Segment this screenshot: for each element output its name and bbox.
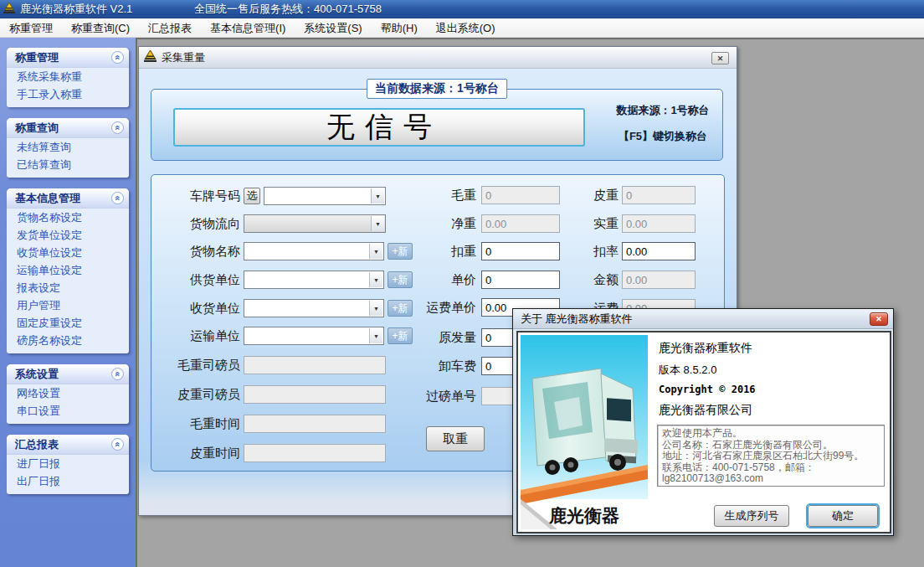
menu-help[interactable]: 帮助(H)	[372, 18, 427, 38]
sidebar-group-header[interactable]: 称重管理	[7, 48, 129, 68]
tare-operator-label: 皮重司磅员	[155, 387, 240, 403]
dropdown-arrow-icon[interactable]	[371, 188, 384, 204]
sidebar-group-header[interactable]: 基本信息管理	[7, 188, 129, 209]
sidebar-group-title: 称重查询	[15, 121, 59, 136]
actual-weight-label: 实重	[552, 216, 619, 232]
dropdown-arrow-icon[interactable]	[369, 244, 382, 259]
sidebar-item-inbound-daily[interactable]: 进厂日报	[7, 455, 129, 472]
sidebar-group-title: 称重管理	[15, 50, 59, 65]
dropdown-arrow-icon[interactable]	[369, 272, 382, 287]
gross-operator-label: 毛重司磅员	[155, 358, 240, 374]
sidebar-group-weigh-query: 称重查询 未结算查询 已结算查询	[7, 118, 129, 178]
plate-select-button[interactable]: 选	[244, 188, 260, 204]
truck-photo-caption: 鹿光衡器	[521, 504, 648, 528]
deduct-rate-field[interactable]	[622, 242, 696, 260]
original-qty-label: 原发量	[394, 330, 476, 346]
goods-flow-combo[interactable]	[244, 214, 386, 233]
collapse-chevron-icon[interactable]	[111, 51, 124, 64]
window-title: 采集重量	[162, 50, 205, 65]
sidebar-item-settled-query[interactable]: 已结算查询	[7, 156, 129, 173]
menu-exit[interactable]: 退出系统(O)	[427, 18, 505, 38]
sidebar-group-header[interactable]: 汇总报表	[7, 435, 129, 455]
sidebar-group-basic-info: 基本信息管理 货物名称设定 发货单位设定 收货单位设定 运输单位设定 报表设定 …	[7, 188, 129, 353]
sidebar-item-unsettled-query[interactable]: 未结算查询	[7, 138, 129, 156]
about-info-line: 欢迎使用本产品。	[662, 428, 880, 440]
about-info-line: 地址：河北省石家庄鹿泉区石柏北大街99号。	[662, 451, 880, 462]
about-version: 版本 8.5.2.0	[659, 363, 716, 378]
sidebar-item-user-manage[interactable]: 用户管理	[7, 296, 129, 314]
gross-time-field	[244, 415, 386, 433]
sidebar-item-scale-house-name[interactable]: 磅房名称设定	[7, 332, 129, 349]
window-close-icon[interactable]	[711, 52, 729, 64]
app-logo-icon	[3, 3, 15, 16]
collapse-chevron-icon[interactable]	[111, 438, 124, 451]
sidebar-item-transport-unit[interactable]: 运输单位设定	[7, 261, 129, 279]
gross-weight-label: 毛重	[394, 188, 476, 204]
net-weight-label: 净重	[394, 216, 476, 232]
window-logo-icon	[144, 50, 157, 64]
sidebar-item-report-settings[interactable]: 报表设定	[7, 279, 129, 296]
sidebar-group-title: 汇总报表	[15, 437, 59, 452]
dialog-close-icon[interactable]	[870, 312, 888, 326]
about-info-line: lg82100713@163.com	[662, 473, 880, 485]
truck-photo: 鹿光衡器	[521, 335, 648, 529]
sidebar-group-title: 系统设置	[15, 367, 59, 382]
sidebar-item-fixed-tare[interactable]: 固定皮重设定	[7, 314, 129, 332]
menu-basic-info[interactable]: 基本信息管理(I)	[201, 18, 295, 38]
unit-price-field[interactable]	[481, 271, 560, 289]
collapse-chevron-icon[interactable]	[111, 121, 124, 134]
sidebar-item-network-settings[interactable]: 网络设置	[7, 384, 129, 402]
tare-weight-label: 皮重	[552, 188, 619, 204]
plate-number-combo[interactable]	[264, 187, 386, 205]
collapse-chevron-icon[interactable]	[111, 368, 124, 380]
menu-summary-report[interactable]: 汇总报表	[139, 18, 201, 38]
supplier-combo[interactable]	[244, 271, 384, 289]
about-company: 鹿光衡器有限公司	[659, 403, 752, 418]
gross-time-label: 毛重时间	[155, 416, 240, 432]
deduct-weight-label: 扣重	[394, 244, 476, 260]
generate-serial-button[interactable]: 生成序列号	[714, 505, 789, 527]
tare-operator-field	[244, 385, 386, 404]
menu-weigh-manage[interactable]: 称重管理	[0, 18, 62, 38]
deduct-rate-label: 扣率	[552, 244, 619, 260]
transport-combo[interactable]	[244, 327, 384, 345]
deduct-weight-field[interactable]	[481, 242, 560, 260]
collect-weight-titlebar: 采集重量	[139, 47, 737, 69]
goods-name-label: 货物名称	[155, 244, 240, 260]
actual-weight-field	[622, 214, 696, 233]
menu-weigh-query[interactable]: 称重查询(C)	[62, 18, 139, 38]
ticket-number-label: 过磅单号	[394, 389, 476, 405]
dropdown-arrow-icon[interactable]	[371, 216, 384, 231]
app-titlebar: 鹿光衡器称重软件 V2.1 全国统一售后服务热线：400-071-5758	[0, 0, 924, 18]
sidebar-group-summary-report: 汇总报表 进厂日报 出厂日报	[7, 435, 129, 494]
ok-button[interactable]: 确定	[808, 505, 878, 527]
menu-system-settings[interactable]: 系统设置(S)	[295, 18, 371, 38]
sidebar-item-sender-unit[interactable]: 发货单位设定	[7, 226, 129, 244]
net-weight-field	[481, 214, 560, 233]
unload-fee-label: 卸车费	[394, 358, 476, 374]
gross-operator-field	[244, 356, 386, 374]
sidebar-item-outbound-daily[interactable]: 出厂日报	[7, 472, 129, 490]
app-title: 鹿光衡器称重软件 V2.1	[20, 2, 132, 17]
sidebar-item-manual-entry[interactable]: 手工录入称重	[7, 85, 129, 103]
sidebar-item-receiver-unit[interactable]: 收货单位设定	[7, 244, 129, 261]
amount-field	[622, 271, 696, 289]
data-source-info: 数据来源：1号称台 【F5】键切换称台	[603, 103, 722, 144]
sidebar-group-header[interactable]: 系统设置	[7, 364, 129, 384]
sidebar-item-serial-settings[interactable]: 串口设置	[7, 402, 129, 420]
data-source-group-label: 当前数据来源：1号称台	[367, 79, 507, 99]
transport-label: 运输单位	[155, 328, 240, 344]
sidebar-group-header[interactable]: 称重查询	[7, 118, 129, 138]
switch-scale-hint: 【F5】键切换称台	[603, 129, 722, 144]
sidebar-item-goods-name[interactable]: 货物名称设定	[7, 209, 129, 226]
goods-name-combo[interactable]	[244, 242, 384, 260]
tare-weight-field	[622, 186, 696, 204]
collapse-chevron-icon[interactable]	[111, 192, 124, 204]
take-weight-button[interactable]: 取重	[426, 426, 485, 451]
sidebar-item-system-collect[interactable]: 系统采集称重	[7, 68, 129, 85]
dropdown-arrow-icon[interactable]	[369, 328, 382, 343]
sidebar: 称重管理 系统采集称重 手工录入称重 称重查询 未结算查询 已结算查询 基本信息…	[0, 38, 136, 567]
dropdown-arrow-icon[interactable]	[369, 301, 382, 316]
sidebar-group-title: 基本信息管理	[15, 191, 80, 206]
receiver-combo[interactable]	[244, 299, 384, 317]
